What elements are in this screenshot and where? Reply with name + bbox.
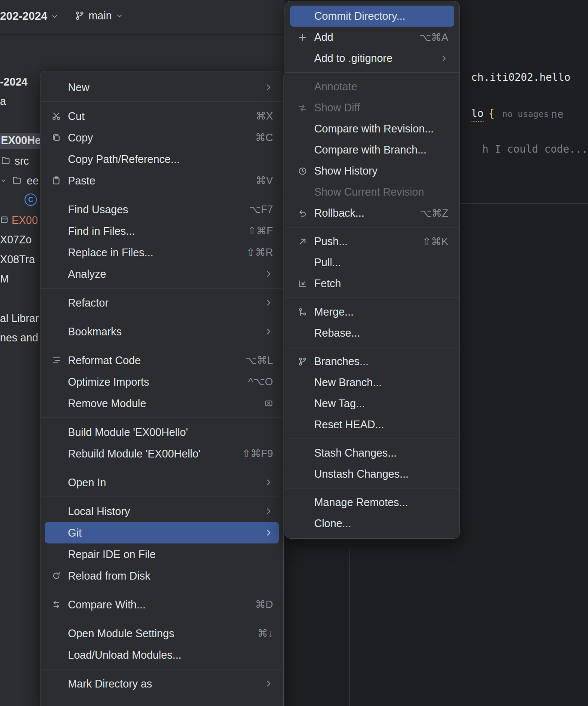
menu-item-label: Reload from Disk <box>68 570 150 582</box>
menu-item-compare-with[interactable]: Compare With...⌘D <box>45 594 279 615</box>
menu-item-refactor[interactable]: Refactor <box>45 292 279 313</box>
tree-item-module-ex00hello[interactable]: EX00He <box>1 134 41 147</box>
menu-item-label: Open In <box>68 476 106 489</box>
chevron-right-icon <box>256 528 273 537</box>
menu-separator <box>285 298 459 298</box>
menu-item-unstash-changes[interactable]: Unstash Changes... <box>290 464 454 485</box>
tree-item[interactable]: a <box>0 95 6 107</box>
menu-item-label: Find Usages <box>68 203 128 216</box>
menu-separator <box>285 72 459 73</box>
menu-item-new[interactable]: New <box>45 77 279 98</box>
branch-selector[interactable]: main <box>75 9 123 22</box>
menu-item-rollback[interactable]: Rollback...⌥⌘Z <box>290 203 454 224</box>
branch-icon <box>298 357 314 366</box>
menu-item-label: Compare with Revision... <box>314 123 434 135</box>
menu-item-optimize-imports[interactable]: Optimize Imports^⌥O <box>45 371 279 393</box>
diff-icon <box>298 103 314 113</box>
menu-item-stash-changes[interactable]: Stash Changes... <box>290 442 454 464</box>
panel-splitter[interactable] <box>349 550 350 706</box>
chevron-right-icon <box>256 679 273 688</box>
menu-item-mark-directory-as[interactable]: Mark Directory as <box>45 673 279 694</box>
tree-item-ex07[interactable]: X07Zo <box>0 233 32 246</box>
menu-item-local-history[interactable]: Local History <box>45 500 279 522</box>
menu-item-merge[interactable]: Merge... <box>290 301 454 322</box>
menu-item-label: Rebuild Module 'EX00Hello' <box>68 448 200 460</box>
menu-item-repair-ide-on-file[interactable]: Repair IDE on File <box>45 543 279 565</box>
menu-item-push[interactable]: Push...⇧⌘K <box>290 231 454 252</box>
menu-separator <box>40 317 283 317</box>
menu-item-compare-with-branch[interactable]: Compare with Branch... <box>290 139 454 160</box>
tree-item-src[interactable]: src <box>15 155 29 167</box>
project-name: 202-2024 <box>0 9 47 23</box>
tree-item-scratches-consoles[interactable]: nes and <box>0 332 38 344</box>
menu-item-add[interactable]: Add⌥⌘A <box>290 27 454 48</box>
menu-item-analyze[interactable]: Analyze <box>45 263 279 285</box>
menu-item-reformat-code[interactable]: Reformat Code⌥⌘L <box>45 350 279 371</box>
menu-item-commit-directory[interactable]: Commit Directory... <box>290 6 454 27</box>
menu-item-find-in-files[interactable]: Find in Files...⇧⌘F <box>45 220 279 242</box>
rollback-icon <box>298 209 314 218</box>
tree-item-project-root[interactable]: -2024 <box>0 76 28 88</box>
menu-item-remove-module[interactable]: Remove Module <box>45 393 279 414</box>
menu-item-shortcut: ⇧⌘F <box>239 225 273 237</box>
menu-item-open-module-settings[interactable]: Open Module Settings⌘↓ <box>45 623 279 644</box>
menu-item-pull[interactable]: Pull... <box>290 252 454 273</box>
menu-item-shortcut: ⌥⌘Z <box>411 207 448 219</box>
tree-item-m[interactable]: M <box>0 273 9 285</box>
tree-item-ex08[interactable]: X08Tra <box>0 253 35 266</box>
menu-item-compare-with-revision[interactable]: Compare with Revision... <box>290 118 454 139</box>
menu-item-rebuild-module-ex00hello[interactable]: Rebuild Module 'EX00Hello'⇧⌘F9 <box>45 443 279 464</box>
menu-item-annotate: Annotate <box>290 76 454 97</box>
menu-separator <box>40 346 283 346</box>
menu-item-new-branch[interactable]: New Branch... <box>290 372 454 393</box>
menu-item-clone[interactable]: Clone... <box>290 513 454 534</box>
menu-separator <box>285 488 459 488</box>
menu-item-label: Compare with Branch... <box>314 144 426 156</box>
menu-item-label: New Branch... <box>314 376 382 389</box>
menu-item-shortcut: ⇧⌘R <box>238 246 273 258</box>
menu-item-reset-head[interactable]: Reset HEAD... <box>290 414 454 435</box>
context-menu: NewCut⌘XCopy⌘CCopy Path/Reference...Past… <box>40 71 284 706</box>
menu-item-open-in[interactable]: Open In <box>45 472 279 493</box>
tree-item-external-libraries[interactable]: al Librar <box>0 312 39 325</box>
menu-item-show-history[interactable]: Show History <box>290 160 454 181</box>
merge-icon <box>298 307 314 317</box>
usages-inlay-hint[interactable]: no usages <box>502 109 548 119</box>
class-name-fragment: lo <box>471 107 484 120</box>
chevron-down-icon[interactable] <box>0 177 7 184</box>
push-icon <box>298 237 314 246</box>
menu-item-label: Repair IDE on File <box>68 548 156 561</box>
project-selector[interactable]: 202-2024 <box>0 9 58 23</box>
chevron-right-icon <box>256 270 273 278</box>
editor-package-line[interactable]: ch.iti0202.hello <box>471 71 570 83</box>
menu-item-copy-path-reference[interactable]: Copy Path/Reference... <box>45 148 279 170</box>
open-brace: { <box>488 107 494 120</box>
menu-item-find-usages[interactable]: Find Usages⌥F7 <box>45 199 279 220</box>
menu-item-build-module-ex00hello[interactable]: Build Module 'EX00Hello' <box>45 421 279 443</box>
menu-item-reload-from-disk[interactable]: Reload from Disk <box>45 565 279 586</box>
chevron-right-icon <box>256 507 273 516</box>
menu-item-label: Local History <box>68 505 130 518</box>
menu-item-label: Find in Files... <box>68 225 135 237</box>
editor-class-line[interactable]: lo{no usages <box>471 107 549 120</box>
menu-item-label: Copy <box>68 132 93 144</box>
menu-item-copy[interactable]: Copy⌘C <box>45 127 279 148</box>
menu-item-add-to-gitignore[interactable]: Add to .gitignore <box>290 48 454 69</box>
menu-item-git[interactable]: Git <box>45 522 279 543</box>
editor-comment-line[interactable]: h I could code... <box>482 143 588 155</box>
menu-item-label: Cut <box>68 110 85 123</box>
menu-item-branches[interactable]: Branches... <box>290 351 454 372</box>
menu-item-fetch[interactable]: Fetch <box>290 273 454 294</box>
menu-item-cut[interactable]: Cut⌘X <box>45 105 279 127</box>
menu-item-label: Open Module Settings <box>68 627 174 640</box>
tree-item-ex00[interactable]: EX00 <box>12 214 38 227</box>
tree-item-ee[interactable]: ee <box>27 175 39 187</box>
menu-item-paste[interactable]: Paste⌘V <box>45 170 279 191</box>
menu-item-manage-remotes[interactable]: Manage Remotes... <box>290 492 454 513</box>
menu-item-bookmarks[interactable]: Bookmarks <box>45 321 279 342</box>
menu-item-rebase[interactable]: Rebase... <box>290 322 454 344</box>
menu-item-replace-in-files[interactable]: Replace in Files...⇧⌘R <box>45 242 279 263</box>
plus-icon <box>298 33 314 42</box>
menu-item-new-tag[interactable]: New Tag... <box>290 393 454 414</box>
menu-item-load-unload-modules[interactable]: Load/Unload Modules... <box>45 644 279 666</box>
